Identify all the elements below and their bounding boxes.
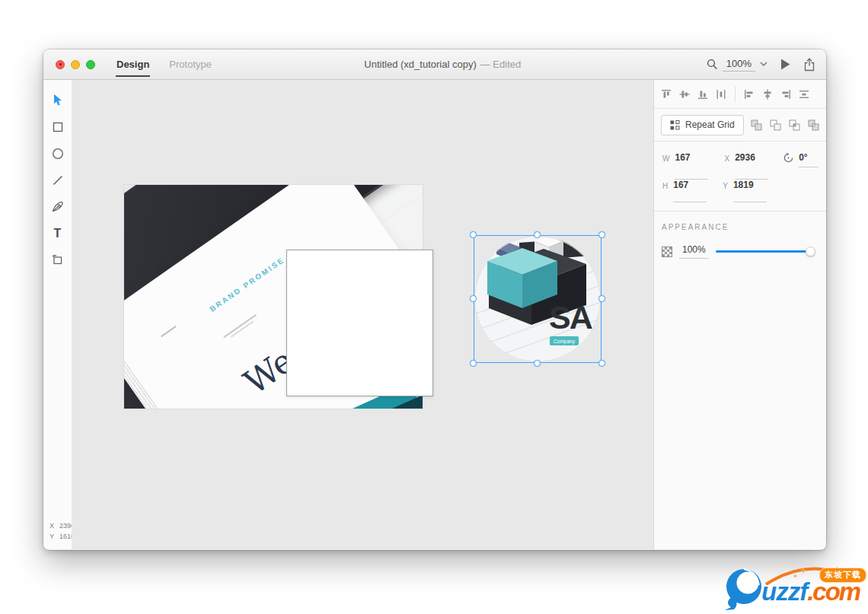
selection-handle-n[interactable]: [534, 231, 541, 238]
y-value[interactable]: 1819: [733, 180, 767, 202]
zoom-level-field[interactable]: 100%: [723, 58, 755, 72]
zoom-control: 100%: [707, 58, 767, 72]
logo-circle-image: SA Company: [474, 235, 602, 363]
minimize-button[interactable]: [71, 60, 80, 69]
svg-text:SA: SA: [549, 299, 592, 336]
boolean-subtract-icon[interactable]: [770, 119, 781, 131]
pen-tool[interactable]: [43, 193, 72, 220]
height-label: H: [662, 180, 668, 202]
repeat-grid-row: Repeat Grid: [654, 109, 826, 142]
selection-handle-w[interactable]: [470, 295, 477, 302]
document-title: Untitled (xd_tutorial copy) — Edited: [364, 49, 521, 79]
photo-subline: [223, 314, 257, 338]
text-tool-icon: T: [54, 227, 62, 240]
ellipse-tool[interactable]: [43, 140, 72, 167]
y-field[interactable]: Y 1819: [723, 180, 767, 202]
artboard-icon: [52, 254, 63, 266]
select-tool[interactable]: [43, 87, 72, 113]
titlebar: Design Prototype Untitled (xd_tutorial c…: [43, 49, 826, 80]
rotation-value[interactable]: 0°: [799, 152, 819, 167]
window-body: T X2396 Y1610: [43, 80, 826, 549]
pointer-icon: [52, 94, 63, 107]
alignment-divider: [735, 86, 736, 103]
rotation-field[interactable]: 0°: [783, 152, 819, 180]
selection-handle-sw[interactable]: [470, 360, 477, 367]
transform-section: W 167 X 2936 0°: [654, 142, 826, 212]
watermark-badge: 东坡下载: [819, 568, 866, 583]
repeat-grid-button[interactable]: Repeat Grid: [661, 115, 744, 135]
tools-sidebar: T X2396 Y1610: [43, 80, 72, 549]
align-center-icon[interactable]: [762, 89, 773, 100]
close-button[interactable]: [56, 60, 65, 69]
preview-play-button[interactable]: [780, 59, 790, 70]
boolean-add-icon[interactable]: [751, 119, 762, 131]
window-controls: [56, 60, 95, 69]
photo-spine-mark: [161, 326, 177, 337]
selection-handle-se[interactable]: [598, 360, 605, 367]
boolean-exclude-icon[interactable]: [808, 119, 819, 131]
align-bottom-icon[interactable]: [697, 89, 708, 100]
selection-handle-e[interactable]: [598, 295, 605, 302]
height-field[interactable]: H 167: [662, 180, 707, 202]
tab-design[interactable]: Design: [116, 49, 149, 79]
distribute-horizontal-icon[interactable]: [716, 89, 726, 100]
appearance-section: APPEARANCE 100%: [654, 212, 826, 270]
tab-prototype[interactable]: Prototype: [169, 49, 212, 79]
opacity-checker-icon: [662, 247, 672, 257]
align-top-icon[interactable]: [661, 89, 672, 100]
share-icon[interactable]: [803, 58, 815, 72]
selection-handle-nw[interactable]: [470, 231, 477, 238]
transform-row-2: H 167 Y 1819: [654, 180, 826, 202]
magnifier-icon: [707, 59, 718, 70]
canvas[interactable]: JIBJAB. BRAND PROMISE We: [72, 80, 653, 549]
alignment-row: [654, 80, 826, 109]
site-watermark: uzzf.com ✦ ✦ 东坡下载: [723, 565, 866, 612]
fullscreen-button[interactable]: [86, 60, 95, 69]
distribute-vertical-icon[interactable]: [799, 89, 809, 100]
opacity-row: 100%: [662, 244, 819, 259]
height-value[interactable]: 167: [673, 180, 707, 202]
boolean-intersect-icon[interactable]: [789, 119, 800, 131]
document-title-text: Untitled (xd_tutorial copy): [364, 59, 476, 70]
line-tool[interactable]: [43, 167, 72, 193]
width-field[interactable]: W 167: [662, 152, 708, 180]
width-value[interactable]: 167: [675, 152, 708, 180]
align-right-icon[interactable]: [780, 89, 791, 100]
ellipse-icon: [52, 148, 64, 160]
rectangle-icon: [53, 122, 63, 132]
align-left-icon[interactable]: [744, 89, 755, 100]
align-middle-icon[interactable]: [679, 89, 690, 100]
cursor-x-label: X: [49, 520, 54, 531]
chevron-down-icon[interactable]: [760, 62, 767, 67]
artboard-tool[interactable]: [43, 247, 72, 273]
desktop: Design Prototype Untitled (xd_tutorial c…: [0, 0, 868, 614]
document-edited-state: — Edited: [480, 59, 521, 70]
photo-page-heading: BRAND PROMISE: [201, 250, 293, 318]
mode-tabs: Design Prototype: [116, 49, 212, 79]
selection-handle-s[interactable]: [534, 360, 541, 367]
appearance-header: APPEARANCE: [662, 223, 819, 231]
svg-text:Company: Company: [554, 339, 576, 345]
opacity-slider-handle[interactable]: [806, 247, 815, 256]
white-square-object[interactable]: [286, 250, 433, 396]
titlebar-right-controls: 100%: [707, 49, 815, 79]
selection-handle-ne[interactable]: [598, 231, 605, 238]
text-tool[interactable]: T: [43, 220, 72, 247]
pen-icon: [52, 201, 64, 213]
y-label: Y: [723, 180, 728, 202]
repeat-grid-icon: [670, 120, 680, 130]
watermark-star-icon: ✦: [799, 565, 807, 576]
watermark-name: uzzf: [761, 577, 807, 606]
width-label: W: [662, 152, 669, 180]
x-value[interactable]: 2936: [735, 152, 768, 180]
x-label: X: [724, 152, 729, 180]
x-field[interactable]: X 2936: [724, 152, 768, 180]
vertical-align-group: [661, 89, 726, 100]
rectangle-tool[interactable]: [43, 113, 72, 140]
transform-row-1: W 167 X 2936 0°: [654, 152, 826, 180]
opacity-slider[interactable]: [716, 250, 812, 253]
opacity-value[interactable]: 100%: [679, 244, 709, 259]
selected-logo-object[interactable]: SA Company: [474, 235, 602, 363]
watermark-star-icon-small: ✦: [793, 573, 798, 580]
cursor-y-label: Y: [49, 531, 54, 542]
